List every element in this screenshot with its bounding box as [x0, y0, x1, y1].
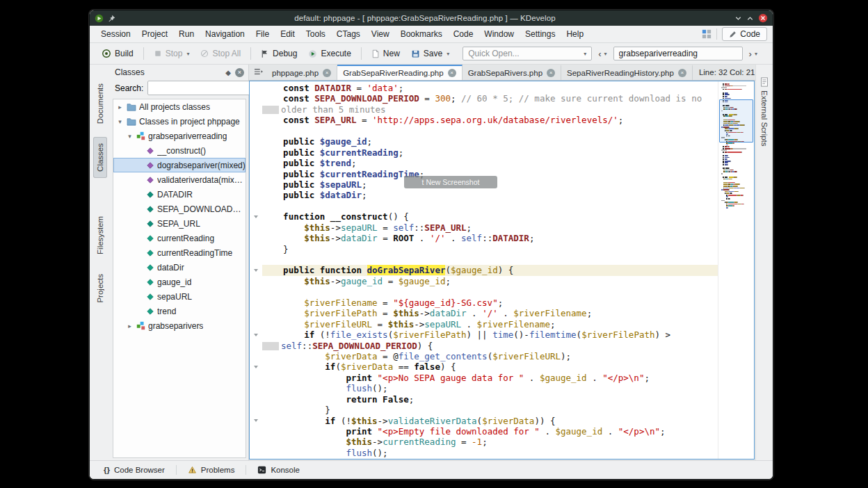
- shade-up-icon[interactable]: [746, 15, 754, 22]
- fold-arrow-icon[interactable]: [254, 419, 258, 422]
- search-input[interactable]: [614, 47, 742, 60]
- editor-tab-phppage-php[interactable]: phppage.php×: [266, 65, 337, 80]
- classes-tree[interactable]: ▸All projects classes▾Classes in project…: [113, 99, 246, 458]
- code-line[interactable]: print "<p>Empty file downloaded for " . …: [262, 426, 718, 437]
- tree-item-grabsepariverreading[interactable]: ▾grabsepariverreading: [113, 129, 246, 143]
- tree-item-dograbsepariver-mixed-[interactable]: dograbsepariver(mixed): [113, 158, 246, 172]
- titlebar[interactable]: default: phppage - [ phppage:GrabSepaRiv…: [90, 10, 773, 26]
- fold-marker[interactable]: [250, 361, 262, 372]
- toolview-konsole[interactable]: Konsole: [252, 464, 305, 476]
- code-line[interactable]: if (!file_exists($riverFilePath) || time…: [262, 330, 718, 340]
- code-line[interactable]: $this->currentReading = -1;: [262, 437, 718, 447]
- fold-marker[interactable]: [250, 416, 262, 426]
- code-line[interactable]: public $gauge_id;: [262, 136, 718, 147]
- expander-closed-icon[interactable]: ▸: [126, 323, 134, 330]
- expander-closed-icon[interactable]: ▸: [116, 104, 124, 111]
- stop-all-button[interactable]: Stop All: [195, 47, 246, 60]
- close-window-icon[interactable]: [758, 13, 768, 23]
- code-line[interactable]: [262, 286, 718, 297]
- code-line[interactable]: older than 5 minutes: [262, 104, 718, 115]
- code-line[interactable]: $this->sepaURL = self::SEPA_URL;: [262, 222, 718, 233]
- area-code-button[interactable]: Code: [722, 27, 767, 41]
- document-list-icon[interactable]: [251, 67, 266, 77]
- code-line[interactable]: return False;: [262, 394, 718, 405]
- tree-item-datadir[interactable]: dataDir: [113, 260, 246, 275]
- menu-navigation[interactable]: Navigation: [200, 27, 250, 41]
- chevron-down-icon[interactable]: ▾: [604, 51, 607, 57]
- close-tab-icon[interactable]: ×: [323, 69, 331, 77]
- menu-window[interactable]: Window: [479, 27, 520, 41]
- menu-edit[interactable]: Edit: [275, 27, 300, 41]
- menu-run[interactable]: Run: [173, 27, 200, 41]
- editor-tab-grabseparivers-php[interactable]: GrabSepaRivers.php×: [463, 65, 561, 80]
- code-line[interactable]: $riverFilePath = $this->dataDir . '/' . …: [262, 308, 718, 318]
- code-line[interactable]: public $trend;: [262, 158, 718, 168]
- menu-ctags[interactable]: CTags: [331, 27, 366, 41]
- code-line[interactable]: }: [262, 244, 718, 254]
- sidebar-tab-filesystem[interactable]: Filesystem: [93, 210, 107, 261]
- fold-arrow-icon[interactable]: [254, 334, 258, 336]
- fold-arrow-icon[interactable]: [254, 269, 258, 272]
- fold-marker[interactable]: [250, 211, 262, 222]
- code-line[interactable]: [262, 126, 718, 136]
- code-line[interactable]: $this->dataDir = ROOT . '/' . self::DATA…: [262, 233, 718, 243]
- tree-item-sepa-download-period[interactable]: SEPA_DOWNLOAD_PERIOD: [113, 202, 246, 216]
- menu-tools[interactable]: Tools: [300, 27, 331, 41]
- code-line[interactable]: flush();: [262, 448, 718, 458]
- menu-settings[interactable]: Settings: [520, 27, 561, 41]
- close-tab-icon[interactable]: ×: [678, 69, 686, 77]
- tree-item-sepa-url[interactable]: SEPA_URL: [113, 216, 246, 231]
- code-line[interactable]: self::SEPA_DOWNLOAD_PERIOD) {: [262, 341, 718, 351]
- code-line[interactable]: $riverFileURL = $this->sepaURL . $riverF…: [262, 319, 718, 330]
- tree-item-trend[interactable]: trend: [113, 304, 246, 318]
- code-line[interactable]: public function doGrabSepaRiver($gauge_i…: [262, 265, 718, 275]
- code-line[interactable]: [262, 201, 718, 211]
- sidebar-tab-external-scripts[interactable]: External Scripts: [760, 77, 769, 147]
- stop-button[interactable]: Stop▾: [149, 47, 195, 60]
- menu-bookmarks[interactable]: Bookmarks: [395, 27, 448, 41]
- code-area[interactable]: const DATADIR = 'data'; const SEPA_DOWNL…: [262, 81, 718, 459]
- next-match-button[interactable]: ›: [749, 49, 752, 58]
- fold-arrow-icon[interactable]: [254, 215, 258, 218]
- code-line[interactable]: $this->gauge_id = $gauge_id;: [262, 276, 718, 286]
- code-line[interactable]: $riverData = @file_get_contents($riverFi…: [262, 351, 718, 361]
- toolview-code-browser[interactable]: {}Code Browser: [98, 464, 170, 476]
- classes-search-input[interactable]: [147, 81, 262, 95]
- code-line[interactable]: $riverFilename = "${gauge_id}-SG.csv";: [262, 298, 718, 308]
- tree-item-sepaurl[interactable]: sepaURL: [113, 289, 246, 304]
- tree-item-classes-in-project-phppage[interactable]: ▾Classes in project phppage: [113, 114, 246, 129]
- shade-down-icon[interactable]: [734, 15, 742, 22]
- tree-item-currentreading[interactable]: currentReading: [113, 231, 246, 245]
- sidebar-tab-classes[interactable]: Classes: [93, 137, 107, 178]
- tree-item-validateriverdata-mixed-[interactable]: validateriverdata(mixed): [113, 172, 246, 187]
- quick-open-combo[interactable]: Quick Open... ▾: [463, 47, 592, 60]
- fold-gutter[interactable]: [250, 81, 262, 459]
- close-panel-icon[interactable]: ×: [235, 68, 244, 77]
- new-button[interactable]: New: [367, 47, 405, 60]
- menu-file[interactable]: File: [250, 27, 275, 41]
- code-line[interactable]: flush();: [262, 383, 718, 393]
- tree-item-all-projects-classes[interactable]: ▸All projects classes: [113, 99, 246, 114]
- menu-project[interactable]: Project: [136, 27, 173, 41]
- tree-item-gauge-id[interactable]: gauge_id: [113, 275, 246, 289]
- build-button[interactable]: Build: [97, 47, 138, 60]
- sidebar-tab-projects[interactable]: Projects: [93, 268, 107, 309]
- tree-item--construct-[interactable]: __construct(): [113, 143, 246, 158]
- debug-button[interactable]: Debug: [256, 47, 302, 60]
- menu-help[interactable]: Help: [561, 27, 589, 41]
- menu-session[interactable]: Session: [95, 27, 136, 41]
- editor-tab-grabsepariverreading-php[interactable]: GrabSepaRiverReading.php×: [337, 65, 462, 80]
- fold-marker[interactable]: [250, 265, 262, 275]
- code-line[interactable]: [262, 254, 718, 265]
- chevron-down-icon[interactable]: ▾: [755, 51, 757, 57]
- code-line[interactable]: const SEPA_URL = 'http://apps.sepa.org.u…: [262, 115, 718, 125]
- toolview-problems[interactable]: Problems: [182, 464, 241, 476]
- float-panel-icon[interactable]: ◆: [225, 69, 231, 76]
- code-line[interactable]: const DATADIR = 'data';: [262, 83, 718, 93]
- minimap-scrollbar[interactable]: [718, 81, 754, 459]
- pin-icon[interactable]: [108, 15, 115, 22]
- close-tab-icon[interactable]: ×: [547, 69, 555, 77]
- fold-arrow-icon[interactable]: [254, 366, 258, 368]
- code-line[interactable]: function __construct() {: [262, 211, 718, 222]
- close-tab-icon[interactable]: ×: [448, 69, 456, 77]
